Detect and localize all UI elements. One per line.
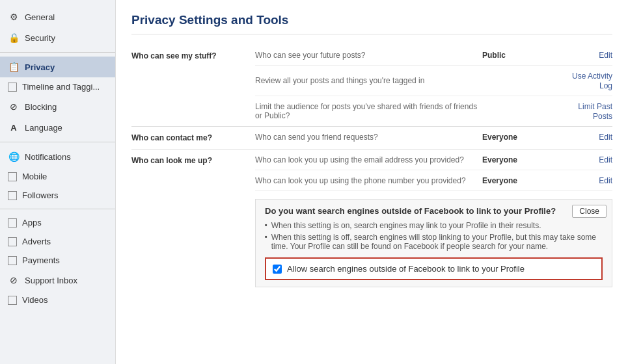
row-value: Everyone <box>482 155 560 164</box>
section-contact-me: Who can contact me? Who can send you fri… <box>131 127 612 150</box>
activity-log-link[interactable]: Use Activity Log <box>572 72 612 90</box>
page-title: Privacy Settings and Tools <box>131 13 612 34</box>
close-button[interactable]: Close <box>572 205 607 218</box>
row-desc: Review all your posts and things you're … <box>255 76 482 85</box>
section-header-contact-me: Who can contact me? <box>131 127 255 149</box>
sidebar-divider-2 <box>0 142 115 142</box>
edit-link[interactable]: Edit <box>599 133 612 142</box>
adverts-icon <box>8 237 17 246</box>
row-limit-audience: Limit the audience for posts you've shar… <box>255 96 612 126</box>
sidebar-item-timeline[interactable]: Timeline and Taggi... <box>0 77 115 96</box>
gear-icon: ⚙ <box>8 11 20 23</box>
videos-icon <box>8 296 17 305</box>
sidebar-item-support-inbox[interactable]: ⊘ Support Inbox <box>0 270 115 291</box>
row-action: Edit <box>560 50 612 60</box>
bullet-item: When this setting is on, search engines … <box>265 221 603 230</box>
sidebar-item-privacy[interactable]: 📋 Privacy <box>0 57 115 77</box>
sidebar-item-label: Followers <box>22 190 59 200</box>
search-engines-checkbox[interactable] <box>273 265 282 274</box>
limit-past-posts-link[interactable]: Limit Past Posts <box>578 102 612 121</box>
row-desc: Who can look you up using the phone numb… <box>255 176 482 185</box>
section-header-see-my-stuff: Who can see my stuff? <box>131 45 255 67</box>
search-engines-checkbox-label: Allow search engines outside of Facebook… <box>287 264 525 274</box>
search-engines-checkbox-row: Allow search engines outside of Facebook… <box>265 257 603 280</box>
sidebar-item-label: Timeline and Taggi... <box>22 82 100 92</box>
lock-icon: 🔒 <box>8 32 20 44</box>
sidebar-item-videos[interactable]: Videos <box>0 291 115 309</box>
bullet-item: When this setting is off, search engines… <box>265 233 603 251</box>
row-review-posts: Review all your posts and things you're … <box>255 66 612 96</box>
sidebar-item-blocking[interactable]: ⊘ Blocking <box>0 96 115 117</box>
edit-link[interactable]: Edit <box>599 51 612 60</box>
sidebar-item-adverts[interactable]: Adverts <box>0 232 115 251</box>
section-rows-contact-me: Who can send you friend requests? Everyo… <box>255 127 612 147</box>
row-value: Everyone <box>482 176 560 185</box>
row-action: Edit <box>560 155 612 164</box>
section-header-look-me-up: Who can look me up? <box>131 150 255 172</box>
language-icon: A <box>8 122 20 133</box>
row-desc: Who can look you up using the email addr… <box>255 155 482 164</box>
payments-icon <box>8 256 17 265</box>
sidebar-item-security[interactable]: 🔒 Security <box>0 27 115 48</box>
section-rows-look-me-up: Who can look you up using the email addr… <box>255 150 612 287</box>
section-look-me-up: Who can look me up? Who can look you up … <box>131 150 612 287</box>
section-rows-see-my-stuff: Who can see your future posts? Public Ed… <box>255 45 612 126</box>
mobile-icon <box>8 172 17 181</box>
sidebar-item-label: Payments <box>22 255 60 265</box>
row-email-lookup: Who can look you up using the email addr… <box>255 150 612 170</box>
sidebar-item-apps[interactable]: Apps <box>0 213 115 232</box>
sidebar-item-notifications[interactable]: 🌐 Notifications <box>0 146 115 167</box>
sidebar-item-general[interactable]: ⚙ General <box>0 6 115 27</box>
sidebar-item-label: Language <box>25 123 62 133</box>
row-action: Edit <box>560 132 612 142</box>
bullet-text: When this setting is off, search engines… <box>271 233 603 251</box>
sidebar-item-label: Mobile <box>22 172 47 181</box>
blocking-icon: ⊘ <box>8 101 20 112</box>
sidebar: ⚙ General 🔒 Security 📋 Privacy Timeline … <box>0 0 116 364</box>
row-value: Everyone <box>482 133 560 142</box>
row-action: Use Activity Log <box>560 71 612 90</box>
search-engines-panel: Close Do you want search engines outside… <box>255 199 612 287</box>
sidebar-item-label: Videos <box>22 295 48 305</box>
row-desc: Limit the audience for posts you've shar… <box>255 102 482 120</box>
sidebar-item-label: Notifications <box>25 152 71 162</box>
row-future-posts: Who can see your future posts? Public Ed… <box>255 45 612 66</box>
privacy-icon: 📋 <box>8 61 20 73</box>
sidebar-item-mobile[interactable]: Mobile <box>0 167 115 186</box>
row-phone-lookup: Who can look you up using the phone numb… <box>255 170 612 191</box>
sidebar-item-payments[interactable]: Payments <box>0 251 115 270</box>
sidebar-item-label: Adverts <box>22 237 51 246</box>
row-action: Edit <box>560 176 612 185</box>
row-desc: Who can send you friend requests? <box>255 133 482 142</box>
support-icon: ⊘ <box>8 274 20 286</box>
sidebar-item-label: General <box>25 12 55 22</box>
sidebar-item-followers[interactable]: Followers <box>0 186 115 205</box>
bullet-text: When this setting is on, search engines … <box>271 221 541 230</box>
edit-link[interactable]: Edit <box>599 155 612 164</box>
row-friend-requests: Who can send you friend requests? Everyo… <box>255 127 612 147</box>
notifications-icon: 🌐 <box>8 151 20 162</box>
row-action: Limit Past Posts <box>560 101 612 121</box>
sidebar-divider-3 <box>0 209 115 209</box>
search-engines-title: Do you want search engines outside of Fa… <box>265 206 603 216</box>
sidebar-item-label: Apps <box>22 218 42 228</box>
sidebar-item-label: Support Inbox <box>25 276 77 285</box>
sidebar-item-label: Privacy <box>25 62 55 72</box>
followers-icon <box>8 191 17 200</box>
sidebar-item-label: Blocking <box>25 102 57 112</box>
sidebar-divider <box>0 52 115 53</box>
edit-link[interactable]: Edit <box>599 176 612 185</box>
sidebar-item-language[interactable]: A Language <box>0 117 115 138</box>
timeline-icon <box>8 83 17 92</box>
section-see-my-stuff: Who can see my stuff? Who can see your f… <box>131 45 612 127</box>
search-engines-bullets: When this setting is on, search engines … <box>265 221 603 251</box>
row-desc: Who can see your future posts? <box>255 51 482 60</box>
sidebar-item-label: Security <box>25 33 55 43</box>
main-content: Privacy Settings and Tools Who can see m… <box>116 0 628 364</box>
apps-icon <box>8 218 17 228</box>
row-value: Public <box>482 51 560 60</box>
